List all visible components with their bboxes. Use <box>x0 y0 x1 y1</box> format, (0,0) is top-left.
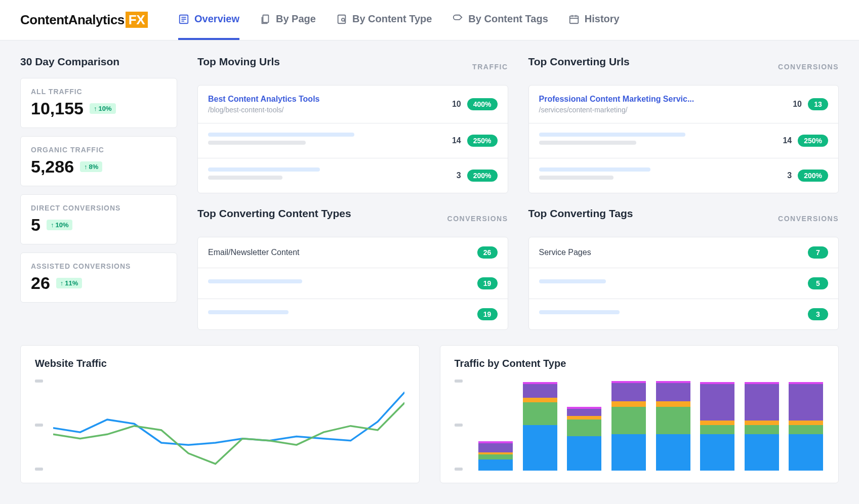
row-badge: 400% <box>467 98 498 110</box>
bar-segment <box>523 425 557 471</box>
traffic-by-type-card: Traffic by Content Type <box>440 345 839 483</box>
bar-segment <box>523 402 557 425</box>
kpi-card: DIRECT CONVERSIONS5↑10% <box>20 194 177 244</box>
bar-segment <box>789 434 823 471</box>
row-count: 10 <box>793 100 802 109</box>
top-converting-urls-sublabel: CONVERSIONS <box>778 63 839 71</box>
kpi-delta: ↑10% <box>47 220 73 230</box>
brand-name: ContentAnalytics <box>20 12 125 27</box>
tab-icon <box>452 14 463 25</box>
top-content-types-title: Top Converting Content Types <box>197 207 351 220</box>
bar-segment <box>745 384 779 421</box>
bar-stack <box>745 382 779 471</box>
bar-stack <box>789 382 823 471</box>
bar-segment <box>611 383 646 401</box>
row-link[interactable]: Best Content Analytics Tools <box>208 95 452 104</box>
tab-label: By Content Tags <box>468 13 548 25</box>
tab-history[interactable]: History <box>568 0 620 40</box>
row-count: 14 <box>783 136 792 145</box>
bar-segment <box>656 383 690 401</box>
svg-rect-4 <box>263 15 268 22</box>
row-badge: 19 <box>477 308 498 320</box>
chart-line <box>53 403 404 464</box>
row-badge: 3 <box>808 308 828 320</box>
row-path: /blog/best-content-tools/ <box>208 106 452 114</box>
bar-segment <box>567 436 601 471</box>
tab-label: By Page <box>276 13 316 25</box>
svg-rect-8 <box>570 16 579 23</box>
tab-by-page[interactable]: By Page <box>260 0 316 40</box>
tab-by-content-type[interactable]: By Content Type <box>336 0 432 40</box>
comparison-column: 30 Day Comparison ALL TRAFFIC10,155↑10%O… <box>20 56 177 330</box>
bar-segment <box>789 421 823 425</box>
kpi-card: ALL TRAFFIC10,155↑10% <box>20 78 177 128</box>
list-row: 5 <box>529 268 839 299</box>
bar-segment <box>789 384 823 421</box>
bar-segment <box>523 384 557 398</box>
arrow-up-icon: ↑ <box>94 105 97 112</box>
arrow-up-icon: ↑ <box>84 163 88 171</box>
bar-segment <box>611 434 646 471</box>
top-content-types-panel: Email/Newsletter Content261919 <box>197 237 508 330</box>
kpi-value: 5,286 <box>31 157 74 177</box>
bar-segment <box>700 384 734 421</box>
list-row: 14250% <box>198 123 508 158</box>
traffic-by-type-chart <box>455 380 825 471</box>
top-converting-urls-panel: Professional Content Marketing Servic...… <box>528 85 839 193</box>
kpi-card: ORGANIC TRAFFIC5,286↑8% <box>20 136 177 186</box>
bar-segment <box>656 401 690 407</box>
bar-segment <box>656 434 690 471</box>
tab-icon <box>260 14 271 25</box>
tab-icon <box>178 14 189 25</box>
bar-segment <box>478 459 513 471</box>
bar-stack <box>523 382 557 471</box>
list-row: 3 <box>529 299 839 329</box>
top-tags-panel: Service Pages753 <box>528 237 839 330</box>
nav-tabs: OverviewBy PageBy Content TypeBy Content… <box>178 0 620 40</box>
kpi-label: ORGANIC TRAFFIC <box>31 146 167 154</box>
tab-label: Overview <box>194 13 239 25</box>
svg-line-7 <box>344 20 345 21</box>
website-traffic-card: Website Traffic <box>20 345 420 483</box>
middle-column: Top Moving Urls TRAFFIC Best Content Ana… <box>197 56 508 330</box>
tab-icon <box>568 14 580 25</box>
tab-overview[interactable]: Overview <box>178 0 239 40</box>
bar-segment <box>478 443 513 452</box>
row-badge: 250% <box>467 135 498 147</box>
row-count: 10 <box>452 100 461 109</box>
bar-segment <box>789 425 823 434</box>
row-badge: 250% <box>798 135 828 147</box>
row-count: 14 <box>452 136 461 145</box>
tab-icon <box>336 14 347 25</box>
top-tags-title: Top Converting Tags <box>528 207 633 220</box>
top-moving-sublabel: TRAFFIC <box>472 63 508 71</box>
row-badge: 200% <box>467 170 498 182</box>
kpi-value: 26 <box>31 273 50 293</box>
list-row: 19 <box>198 268 508 299</box>
bar-stack <box>478 441 513 471</box>
row-link[interactable]: Professional Content Marketing Servic... <box>539 95 793 104</box>
bar-stack <box>611 381 646 471</box>
kpi-label: DIRECT CONVERSIONS <box>31 204 167 212</box>
arrow-up-icon: ↑ <box>60 279 64 287</box>
bar-segment <box>745 425 779 434</box>
bar-stack <box>567 407 601 471</box>
tab-by-content-tags[interactable]: By Content Tags <box>452 0 548 40</box>
tab-label: History <box>585 13 620 25</box>
website-traffic-title: Website Traffic <box>35 358 405 369</box>
bar-segment <box>611 401 646 407</box>
kpi-value: 5 <box>31 215 40 235</box>
kpi-delta: ↑10% <box>90 103 116 114</box>
row-text: Email/Newsletter Content <box>208 248 477 257</box>
row-badge: 26 <box>477 246 498 259</box>
bar-segment <box>700 425 734 434</box>
brand-logo: ContentAnalyticsFX <box>20 12 148 28</box>
brand-suffix: FX <box>126 12 148 28</box>
traffic-by-type-title: Traffic by Content Type <box>455 358 825 369</box>
bar-segment <box>700 434 734 471</box>
top-content-types-sublabel: CONVERSIONS <box>447 215 508 223</box>
kpi-delta: ↑11% <box>56 278 83 288</box>
bar-segment <box>745 421 779 425</box>
list-row: 3200% <box>529 158 839 193</box>
bar-segment <box>700 421 734 425</box>
